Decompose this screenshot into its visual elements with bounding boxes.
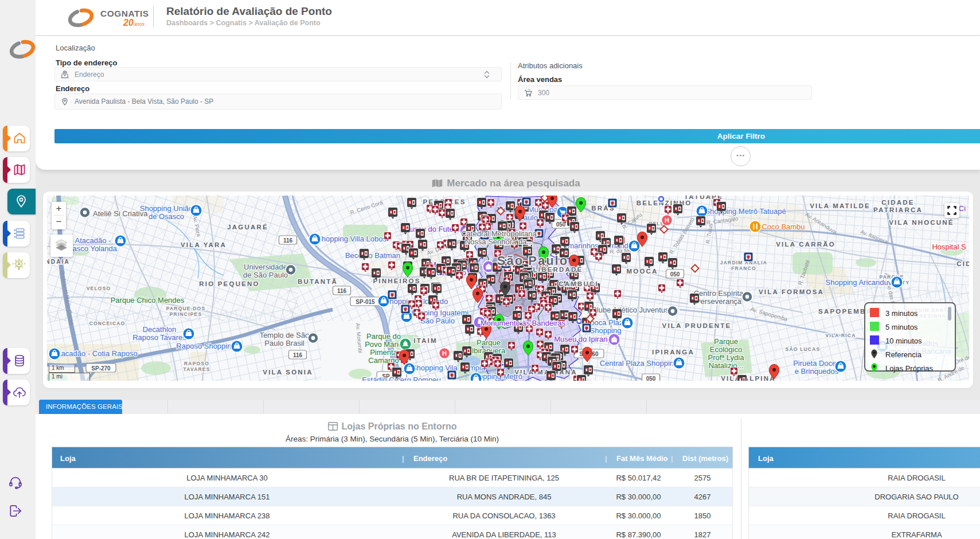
svg-text:CONCEICAO: CONCEICAO [89,321,126,326]
svg-text:VILA FORMOSA: VILA FORMOSA [759,288,824,295]
svg-text:Povo Mário: Povo Mário [365,340,403,349]
svg-text:de Osasco: de Osasco [149,212,184,221]
svg-text:PRINCIPES: PRINCIPES [170,311,202,317]
svg-text:Parque Chico Mendes: Parque Chico Mendes [111,296,185,304]
svg-text:VILA ALPINA: VILA ALPINA [721,375,776,381]
svg-text:Coco Bambu: Coco Bambu [762,222,805,231]
svg-text:de São Paulo: de São Paulo [243,271,288,279]
svg-text:RIO PEQUENO: RIO PEQUENO [199,280,259,287]
svg-text:SÃO LUCAS: SÃO LUCAS [786,346,821,352]
svg-text:Shopping Aricanduva: Shopping Aricanduva [826,278,897,287]
svg-text:LIBERDADE: LIBERDADE [533,266,583,273]
svg-text:Parque do: Parque do [366,332,401,341]
svg-text:Centro Espírita: Centro Espírita [694,289,744,298]
svg-text:Atacadão - Cotia Raposo: Atacadão - Cotia Raposo [54,349,137,358]
svg-text:050: 050 [646,376,656,381]
svg-text:VILA MATILDE: VILA MATILDE [810,202,870,209]
svg-text:Nossa Senhora da...: Nossa Senhora da... [465,237,533,246]
svg-text:Atacadão -: Atacadão - [75,236,111,245]
svg-text:Hospital S: Hospital S [932,243,966,251]
svg-text:VILA YARA: VILA YARA [181,241,227,248]
svg-text:050: 050 [556,221,566,228]
svg-text:Raposo Tavares: Raposo Tavares [132,333,186,342]
svg-text:CAMBUCI: CAMBUCI [559,280,599,287]
svg-text:PARQUE DOS: PARQUE DOS [166,306,206,311]
svg-text:VELOSO: VELOSO [87,286,111,291]
svg-text:Paulo Brasil: Paulo Brasil [264,339,304,347]
svg-text:Templo de São: Templo de São [260,331,310,339]
svg-text:IPIRANGA: IPIRANGA [652,349,694,356]
svg-text:RAPOSO: RAPOSO [184,361,209,366]
svg-text:CIDADE: CIDADE [956,260,969,267]
svg-text:PATRIARCA: PATRIARCA [873,206,923,213]
svg-text:JAGUARÉ: JAGUARÉ [227,224,268,231]
svg-text:Natalizio...: Natalizio... [709,361,744,370]
svg-text:116: 116 [293,352,303,358]
svg-text:116: 116 [337,288,347,294]
svg-text:Catedral Metropolitana: Catedral Metropolitana [461,229,537,238]
svg-text:Pimenta: Pimenta [370,348,397,357]
svg-text:TAVARES: TAVARES [183,366,210,372]
svg-text:050: 050 [670,271,680,278]
svg-text:Shopping: Shopping [590,326,622,335]
svg-text:Profª Lydia: Profª Lydia [708,353,745,362]
svg-text:Beco do Batman: Beco do Batman [345,251,400,260]
svg-text:VILA CARRÃO: VILA CARRÃO [776,241,835,248]
svg-text:MOOCA: MOOCA [626,268,658,275]
svg-text:São Paulo: São Paulo [420,317,455,325]
svg-text:VILA RICA: VILA RICA [826,333,856,338]
svg-text:Universidade: Universidade [244,263,287,271]
svg-text:116: 116 [283,237,293,244]
svg-text:VILA NHOCUNÉ: VILA NHOCUNÉ [889,219,954,226]
svg-text:BUTANTÃ: BUTANTÃ [298,278,338,285]
svg-text:Decathlon: Decathlon [143,325,177,334]
svg-text:Parque: Parque [477,338,501,347]
svg-text:CIDADE: CIDADE [881,199,914,206]
svg-text:Parque: Parque [714,337,738,346]
svg-text:Ci: Ci [959,204,966,213]
svg-text:Central Plaza Shopping: Central Plaza Shopping [600,359,678,368]
svg-text:Shopping União: Shopping União [140,204,193,213]
svg-text:Museu do Ipiranga: Museu do Ipiranga [554,335,616,343]
svg-text:Monumento às Bandeiras: Monumento às Bandeiras [481,319,566,327]
svg-text:Clube Atlético Juventus: Clube Atlético Juventus [591,306,669,314]
svg-text:sasco Yolanda: sasco Yolanda [69,244,118,253]
svg-text:VILA SONIA: VILA SONIA [263,369,313,376]
svg-text:e Brinquedos: e Brinquedos [795,367,839,376]
svg-text:SP-015: SP-015 [356,299,375,305]
svg-text:Perseverança: Perseverança [696,297,742,306]
svg-text:ITAIM: ITAIM [413,337,437,344]
svg-text:VILA PRUDENTE: VILA PRUDENTE [662,322,732,329]
svg-text:SP-270: SP-270 [91,365,111,372]
svg-text:Pirueta Doces: Pirueta Doces [793,359,840,368]
svg-text:Raposo Shopping: Raposo Shopping [176,342,235,350]
svg-text:Ecológico: Ecológico [710,345,742,354]
svg-text:Shopping Villa Lobos: Shopping Villa Lobos [317,235,386,243]
svg-text:Ateliê Si Criativa: Ateliê Si Criativa [93,209,148,218]
svg-text:FRANCO: FRANCO [731,265,756,271]
svg-text:VILA MARIANA: VILA MARIANA [514,369,577,376]
svg-text:ANDAIA: ANDAIA [47,259,70,265]
